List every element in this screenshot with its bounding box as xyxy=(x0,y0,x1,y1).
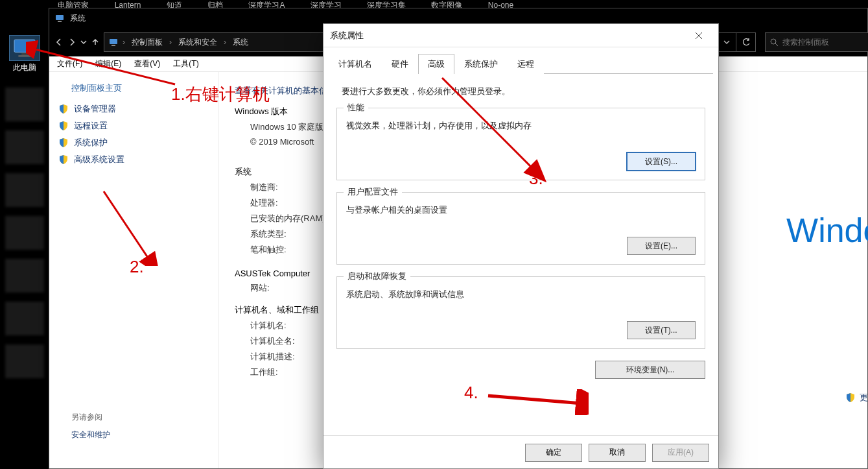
dialog-footer: 确定 取消 应用(A) xyxy=(323,435,718,469)
svg-point-7 xyxy=(771,39,776,44)
breadcrumb[interactable]: 系统和安全 xyxy=(176,37,220,48)
apply-button[interactable]: 应用(A) xyxy=(652,444,709,462)
menu-file[interactable]: 文件(F) xyxy=(53,57,86,71)
addr-dropdown[interactable] xyxy=(717,32,736,52)
group-legend: 启动和故障恢复 xyxy=(344,271,410,282)
group-desc: 系统启动、系统故障和调试信息 xyxy=(346,289,696,300)
ok-button[interactable]: 确定 xyxy=(525,444,582,462)
breadcrumb[interactable]: 控制面板 xyxy=(129,37,165,48)
menu-view[interactable]: 查看(V) xyxy=(130,57,164,71)
desktop-blur xyxy=(5,88,44,121)
shield-icon xyxy=(58,121,69,131)
menu-edit[interactable]: 编辑(E) xyxy=(91,57,125,71)
system-icon xyxy=(54,13,65,23)
shield-icon xyxy=(58,104,69,114)
svg-rect-5 xyxy=(110,39,117,44)
admin-note: 要进行大多数更改，你必须作为管理员登录。 xyxy=(342,86,705,97)
tab-strip: 计算机名 硬件 高级 系统保护 远程 xyxy=(323,47,718,73)
change-settings-label: 更改设置 xyxy=(860,392,868,403)
window-title: 系统 xyxy=(70,13,86,24)
sidebar-link-protection[interactable]: 系统保护 xyxy=(58,137,213,149)
chevron-right-icon: › xyxy=(123,38,125,47)
svg-rect-4 xyxy=(58,21,62,22)
desktop-blur xyxy=(5,259,44,293)
shield-icon xyxy=(58,154,69,165)
search-icon xyxy=(769,38,779,47)
tab-hardware[interactable]: 硬件 xyxy=(382,54,418,74)
sidebar-link-advanced[interactable]: 高级系统设置 xyxy=(58,154,213,165)
desktop: 此电脑 xyxy=(0,0,49,469)
svg-rect-2 xyxy=(18,55,30,56)
back-button[interactable] xyxy=(54,33,64,51)
svg-line-8 xyxy=(775,43,778,46)
group-performance: 性能 视觉效果，处理器计划，内存使用，以及虚拟内存 设置(S)... xyxy=(336,108,705,180)
cancel-button[interactable]: 取消 xyxy=(589,444,646,462)
close-button[interactable] xyxy=(686,26,712,45)
sidebar-link-device-manager[interactable]: 设备管理器 xyxy=(58,103,213,115)
startup-settings-button[interactable]: 设置(T)... xyxy=(627,321,696,339)
sidebar-link-remote[interactable]: 远程设置 xyxy=(58,120,213,132)
sidebar-link-label: 高级系统设置 xyxy=(74,154,124,165)
tab-remote[interactable]: 远程 xyxy=(508,54,544,74)
tab-advanced[interactable]: 高级 xyxy=(418,54,454,74)
chevron-right-icon: › xyxy=(169,38,172,47)
environment-variables-button[interactable]: 环境变量(N)... xyxy=(595,361,705,379)
desktop-blur xyxy=(5,344,44,378)
svg-rect-6 xyxy=(111,45,115,46)
refresh-button[interactable] xyxy=(736,32,756,52)
control-panel-home-link[interactable]: 控制面板主页 xyxy=(71,82,213,94)
sidebar-link-label: 设备管理器 xyxy=(74,103,116,115)
change-settings-link[interactable]: 更改设置 xyxy=(845,392,868,403)
chevron-right-icon: › xyxy=(224,38,226,47)
desktop-blur xyxy=(5,173,44,207)
svg-rect-0 xyxy=(14,40,35,52)
group-desc: 视觉效果，处理器计划，内存使用，以及虚拟内存 xyxy=(346,120,696,132)
dialog-body: 要进行大多数更改，你必须作为管理员登录。 性能 视觉效果，处理器计划，内存使用，… xyxy=(323,74,718,435)
sidebar-link-label: 远程设置 xyxy=(74,120,108,132)
dialog-title: 系统属性 xyxy=(330,30,364,42)
desktop-blur xyxy=(5,216,44,250)
sidebar: 控制面板主页 设备管理器 远程设置 系统保护 高级系统设置 另请参阅 安全和维护 xyxy=(49,72,219,468)
search-box[interactable] xyxy=(765,32,868,52)
group-startup: 启动和故障恢复 系统启动、系统故障和调试信息 设置(T)... xyxy=(336,276,705,349)
this-pc-icon[interactable]: 此电脑 xyxy=(0,32,49,78)
close-icon xyxy=(695,32,703,40)
this-pc-label: 此电脑 xyxy=(0,62,49,73)
see-also-header: 另请参阅 xyxy=(71,412,213,423)
svg-rect-3 xyxy=(56,15,64,20)
up-button[interactable] xyxy=(91,33,100,51)
system-properties-dialog: 系统属性 计算机名 硬件 高级 系统保护 远程 要进行大多数更改，你必须作为管理… xyxy=(323,23,719,469)
breadcrumb[interactable]: 系统 xyxy=(230,37,251,48)
group-user-profiles: 用户配置文件 与登录帐户相关的桌面设置 设置(E)... xyxy=(336,192,705,265)
desktop-blur xyxy=(5,130,44,164)
tab-computer-name[interactable]: 计算机名 xyxy=(329,54,382,74)
shield-icon xyxy=(845,392,856,403)
svg-rect-1 xyxy=(21,53,28,55)
group-legend: 用户配置文件 xyxy=(344,186,402,198)
shield-icon xyxy=(58,138,69,148)
dialog-titlebar[interactable]: 系统属性 xyxy=(323,24,718,47)
menu-tools[interactable]: 工具(T) xyxy=(169,57,202,71)
windows-logo-text: Window xyxy=(786,211,868,250)
search-input[interactable] xyxy=(782,38,868,47)
desktop-blur xyxy=(5,302,44,335)
sidebar-link-label: 系统保护 xyxy=(74,137,108,149)
see-also-link[interactable]: 安全和维护 xyxy=(71,429,213,440)
recent-dropdown[interactable] xyxy=(80,33,87,51)
forward-button[interactable] xyxy=(67,33,76,51)
group-desc: 与登录帐户相关的桌面设置 xyxy=(346,204,696,216)
monitor-icon xyxy=(9,35,40,61)
profile-settings-button[interactable]: 设置(E)... xyxy=(627,237,696,255)
group-legend: 性能 xyxy=(344,102,368,114)
tab-protection[interactable]: 系统保护 xyxy=(454,54,508,74)
performance-settings-button[interactable]: 设置(S)... xyxy=(627,152,696,171)
monitor-icon xyxy=(108,37,119,47)
